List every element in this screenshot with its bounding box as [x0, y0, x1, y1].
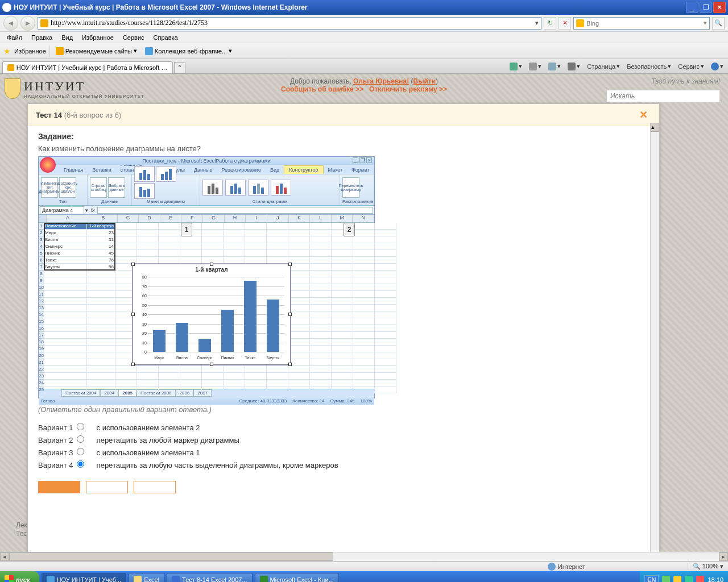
page-content: ИНТУИТ НАЦИОНАЛЬНЫЙ ОТКРЫТЫЙ УНИВЕРСИТЕТ… — [0, 74, 728, 571]
slogan: Твой путь к знаниям! — [651, 77, 720, 85]
print-icon — [568, 63, 576, 70]
menu-edit[interactable]: Правка — [28, 33, 56, 42]
test-progress: (6-й вопрос из 6) — [64, 111, 122, 119]
mail-button[interactable]: ▾ — [546, 61, 563, 72]
close-button[interactable]: ✕ — [713, 2, 726, 13]
tray-icon[interactable] — [685, 576, 693, 582]
ribbon-group-type: Изменить тип диаграммы Сохранить как шаб… — [39, 174, 88, 205]
secondary-button-2[interactable] — [134, 481, 176, 493]
excel-screenshot: Поставки_new - Microsoft Excel Работа с … — [38, 156, 375, 398]
option-radio[interactable] — [77, 423, 84, 430]
stop-button[interactable]: ✕ — [559, 17, 571, 30]
disable-ads-link[interactable]: Отключить рекламу >> — [369, 85, 447, 93]
tab-favicon-icon — [7, 64, 14, 71]
new-tab-button[interactable]: ▫ — [174, 62, 185, 73]
answer-option[interactable]: Вариант 1с использованием элемента 2 — [38, 423, 338, 432]
minimize-button[interactable]: _ — [686, 2, 698, 13]
ribbon-group-data: Строка/столбец Выбрать данные Данные — [88, 174, 132, 205]
refresh-button[interactable]: ↻ — [544, 17, 556, 30]
site-icon — [145, 47, 153, 55]
option-label: Вариант 2 — [38, 435, 77, 444]
select-data-icon: Выбрать данные — [108, 177, 125, 198]
taskbar-task[interactable]: Excel — [129, 573, 164, 582]
site-icon — [56, 47, 64, 55]
switch-row-col-icon: Строка/столбец — [90, 177, 107, 198]
ribbon-tab-design: Конструктор — [284, 165, 323, 174]
search-box[interactable]: ▾ — [573, 17, 710, 30]
service-menu[interactable]: Сервис ▾ — [676, 61, 706, 71]
url-dropdown-icon[interactable]: ▾ — [535, 19, 539, 27]
rss-button[interactable]: ▾ — [527, 61, 544, 72]
tray-icon[interactable] — [696, 576, 704, 582]
move-chart-icon: Переместить диаграмму — [342, 177, 359, 198]
menu-file[interactable]: Файл — [3, 33, 26, 42]
option-radio[interactable] — [77, 460, 84, 468]
url-input[interactable] — [51, 19, 533, 27]
taskbar-task[interactable]: НОУ ИНТУИТ | Учеб... — [42, 573, 127, 582]
security-zone: Интернет — [558, 563, 585, 570]
modal-scrollbar[interactable]: ▴ ▾ — [650, 123, 659, 561]
logout-link[interactable]: Выйти — [413, 77, 436, 85]
ie-icon — [2, 3, 11, 12]
ribbon-tab-review: Рецензирование — [217, 166, 266, 174]
user-link[interactable]: Ольга Юрьевна! — [353, 77, 409, 85]
start-button[interactable]: пуск — [0, 571, 39, 582]
scroll-right-icon[interactable]: ▸ — [719, 552, 728, 561]
fav-web-fragments[interactable]: Коллекция веб-фрагме... ▾ — [143, 46, 234, 56]
search-input[interactable] — [586, 20, 701, 27]
safety-menu[interactable]: Безопасность ▾ — [624, 61, 673, 71]
scroll-up-icon[interactable]: ▴ — [651, 123, 659, 132]
page-menu[interactable]: Страница ▾ — [585, 61, 622, 71]
dropdown-icon: ▾ — [229, 47, 232, 55]
menu-help[interactable]: Справка — [150, 33, 181, 42]
answer-option[interactable]: Вариант 4перетащить за любую часть выдел… — [38, 460, 338, 469]
answer-option[interactable]: Вариант 2перетащить за любой маркер диаг… — [38, 435, 338, 444]
forward-button[interactable]: ► — [20, 16, 35, 31]
separator — [49, 45, 50, 57]
tray-icon[interactable] — [662, 576, 670, 582]
site-search-input[interactable] — [606, 90, 720, 102]
mail-icon — [548, 63, 556, 70]
menu-view[interactable]: Вид — [58, 33, 76, 42]
print-button[interactable]: ▾ — [565, 61, 582, 72]
system-tray: EN 18:10 — [640, 571, 728, 582]
option-text: перетащить за любой маркер диаграммы — [97, 435, 338, 444]
maximize-button[interactable]: ❐ — [700, 2, 712, 13]
report-error-link[interactable]: Сообщить об ошибке >> — [281, 85, 363, 93]
menu-tools[interactable]: Сервис — [119, 33, 148, 42]
site-logo[interactable]: ИНТУИТ НАЦИОНАЛЬНЫЙ ОТКРЫТЫЙ УНИВЕРСИТЕТ — [5, 78, 144, 99]
option-radio[interactable] — [77, 435, 84, 443]
page-h-scrollbar[interactable]: ◂ ▸ — [0, 552, 728, 561]
scroll-thumb[interactable] — [9, 552, 333, 561]
callout-2: 2 — [344, 223, 355, 236]
scroll-left-icon[interactable]: ◂ — [0, 552, 9, 561]
language-indicator[interactable]: EN — [644, 575, 659, 582]
search-dropdown-icon[interactable]: ▾ — [704, 19, 707, 27]
home-button[interactable]: ▾ — [507, 61, 524, 72]
taskbar-task[interactable]: Microsoft Excel - Кни... — [255, 573, 339, 582]
command-bar: ▾ ▾ ▾ ▾ Страница ▾ Безопасность ▾ Сервис… — [507, 59, 726, 73]
menu-favorites[interactable]: Избранное — [78, 33, 117, 42]
zoom-level[interactable]: 🔍 100% ▾ — [688, 563, 728, 570]
favorites-label[interactable]: Избранное — [14, 48, 46, 55]
fav-recommended[interactable]: Рекомендуемые сайты ▾ — [53, 46, 139, 56]
option-text: с использованием элемента 1 — [97, 448, 338, 457]
back-button[interactable]: ◄ — [3, 16, 18, 31]
help-button[interactable]: ▾ — [709, 61, 726, 72]
secondary-button-1[interactable] — [86, 481, 128, 493]
submit-button[interactable] — [38, 481, 80, 493]
taskbar-task[interactable]: Тест 8-14 Excel 2007... — [167, 573, 252, 582]
window-title: НОУ ИНТУИТ | Учебный курс | Работа в Mic… — [14, 3, 685, 11]
browser-tab[interactable]: НОУ ИНТУИТ | Учебный курс | Работа в Mic… — [2, 61, 173, 73]
address-bar[interactable]: ▾ — [38, 17, 541, 30]
favorites-star-icon[interactable]: ★ — [3, 47, 11, 56]
answer-option[interactable]: Вариант 3с использованием элемента 1 — [38, 448, 338, 457]
option-label: Вариант 1 — [38, 423, 77, 432]
search-go-button[interactable]: 🔍 — [712, 17, 725, 30]
favorites-bar: ★ Избранное Рекомендуемые сайты ▾ Коллек… — [0, 43, 728, 59]
clock[interactable]: 18:10 — [708, 576, 723, 582]
modal-close-button[interactable]: ✕ — [636, 109, 651, 121]
tray-icon[interactable] — [673, 576, 681, 582]
option-radio[interactable] — [77, 448, 84, 455]
fx-icon: fx — [88, 207, 97, 213]
